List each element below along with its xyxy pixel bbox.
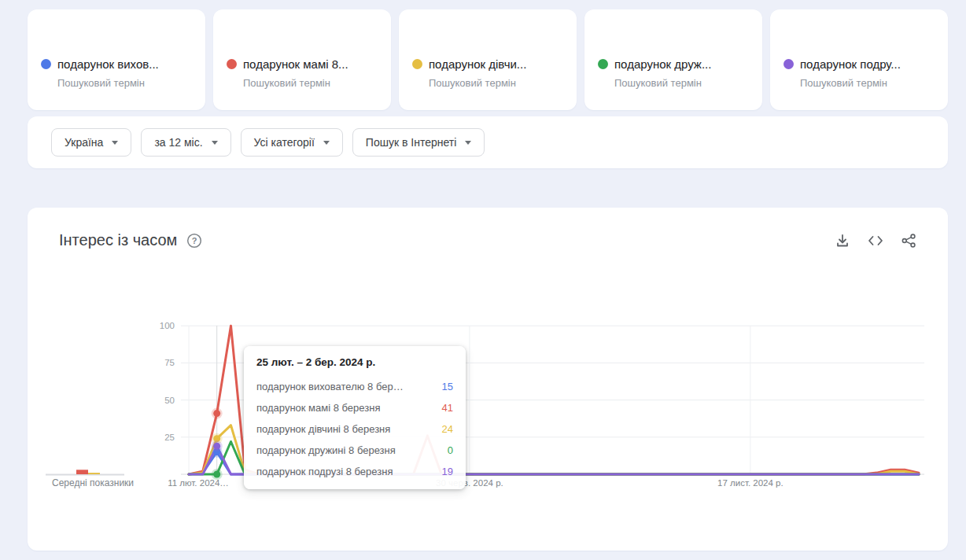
svg-text:17 лист. 2024 р.: 17 лист. 2024 р. — [717, 478, 783, 488]
filter-region-value: Україна — [65, 136, 103, 149]
tooltip-row: подарунок дружині 8 березня 0 — [256, 440, 453, 461]
chart-actions — [835, 233, 916, 249]
series-color-dot — [412, 59, 422, 69]
tooltip-term-value: 19 — [442, 466, 453, 477]
filter-time-range-value: за 12 міс. — [154, 136, 202, 149]
share-icon[interactable] — [901, 233, 916, 249]
term-card-1[interactable]: подарунок вихов... Пошуковий термін — [28, 9, 205, 110]
series-color-dot — [598, 59, 608, 69]
tooltip-term-label: подарунок мамі 8 березня — [256, 402, 380, 414]
term-type-label: Пошуковий термін — [800, 77, 887, 89]
term-label: подарунок друж... — [614, 57, 711, 71]
term-card-4[interactable]: подарунок друж... Пошуковий термін — [584, 9, 762, 110]
term-label: подарунок дівчи... — [429, 57, 526, 71]
term-type-label: Пошуковий термін — [614, 77, 702, 89]
filter-bar: Україна за 12 міс. Усі категорії Пошук в… — [28, 116, 948, 168]
tooltip-date-range: 25 лют. – 2 бер. 2024 р. — [256, 356, 453, 368]
filter-category[interactable]: Усі категорії — [241, 128, 343, 157]
chart-tooltip: 25 лют. – 2 бер. 2024 р. подарунок вихов… — [244, 346, 466, 489]
tooltip-term-label: подарунок дівчині 8 березня — [256, 423, 390, 435]
chart-title: Інтерес із часом — [59, 231, 177, 249]
trend-line-chart[interactable]: 10075502511 лют. 2024…30 черв. 2024 р.17… — [31, 290, 936, 499]
chevron-down-icon — [465, 141, 471, 145]
filter-category-value: Усі категорії — [254, 136, 315, 149]
series-color-dot — [227, 59, 237, 69]
term-label: подарунок вихов... — [57, 57, 159, 71]
tooltip-term-label: подарунок подрузі 8 березня — [256, 466, 393, 477]
series-color-dot — [41, 59, 51, 69]
term-card-5[interactable]: подарунок подру... Пошуковий термін — [770, 9, 948, 110]
svg-text:Середні показники: Середні показники — [52, 477, 134, 488]
interest-over-time-card: Інтерес із часом ? — [28, 208, 948, 551]
chevron-down-icon — [323, 141, 330, 145]
tooltip-term-value: 0 — [448, 444, 453, 456]
term-type-label: Пошуковий термін — [429, 77, 516, 89]
tooltip-row: подарунок мамі 8 березня 41 — [256, 397, 453, 418]
tooltip-row: подарунок дівчині 8 березня 24 — [256, 418, 453, 440]
filter-time-range[interactable]: за 12 міс. — [141, 128, 230, 157]
term-type-label: Пошуковий термін — [243, 77, 330, 89]
tooltip-term-value: 15 — [442, 381, 453, 392]
help-icon[interactable]: ? — [186, 233, 202, 249]
svg-text:25: 25 — [164, 433, 175, 442]
series-color-dot — [783, 59, 794, 69]
chevron-down-icon — [212, 141, 218, 145]
term-label: подарунок подру... — [800, 57, 901, 71]
embed-icon[interactable] — [867, 233, 884, 249]
term-type-label: Пошуковий термін — [57, 77, 145, 89]
tooltip-term-value: 24 — [442, 423, 453, 435]
filter-search-type[interactable]: Пошук в Інтернеті — [352, 128, 485, 157]
svg-text:75: 75 — [164, 358, 175, 367]
svg-text:?: ? — [192, 236, 197, 245]
svg-text:100: 100 — [160, 321, 175, 330]
tooltip-term-value: 41 — [442, 402, 453, 414]
svg-text:50: 50 — [164, 396, 175, 405]
filter-search-type-value: Пошук в Інтернеті — [366, 136, 456, 149]
chart-header: Інтерес із часом ? — [59, 231, 916, 249]
term-cards-row: подарунок вихов... Пошуковий термін пода… — [28, 9, 948, 110]
term-label: подарунок мамі 8... — [243, 57, 348, 71]
tooltip-row: подарунок подрузі 8 березня 19 — [256, 461, 453, 482]
tooltip-term-label: подарунок вихователю 8 бер… — [256, 381, 404, 392]
tooltip-term-label: подарунок дружині 8 березня — [256, 444, 396, 456]
filter-region[interactable]: Україна — [51, 128, 131, 157]
term-card-2[interactable]: подарунок мамі 8... Пошуковий термін — [213, 9, 391, 110]
svg-text:11 лют. 2024…: 11 лют. 2024… — [168, 478, 229, 488]
term-card-3[interactable]: подарунок дівчи... Пошуковий термін — [399, 9, 577, 110]
chevron-down-icon — [112, 141, 118, 145]
tooltip-row: подарунок вихователю 8 бер… 15 — [256, 376, 453, 397]
download-icon[interactable] — [835, 233, 850, 249]
